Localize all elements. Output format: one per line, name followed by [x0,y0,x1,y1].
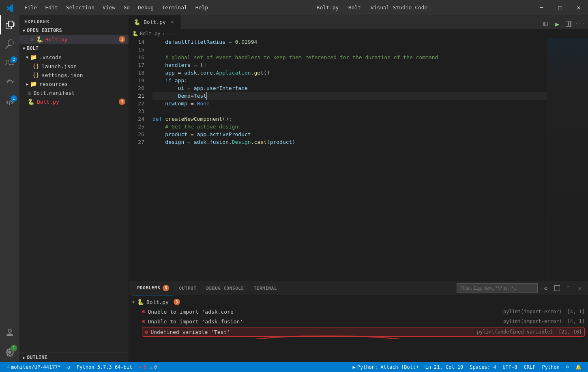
code-line-21: Demo=Test [152,92,547,100]
filter-settings-icon[interactable]: ⚙ [541,283,551,293]
git-branch-item[interactable]: ⑂ mohiten/UP-44177* [3,362,64,372]
output-label: OUTPUT [179,286,196,291]
resources-folder[interactable]: ▶ 📁 resources [19,79,129,88]
activity-source-control[interactable]: 2 [0,54,19,73]
menu-view[interactable]: View [99,0,119,15]
code-line-22: newComp = None [152,100,547,107]
bolt-project-header[interactable]: ▼ BOLT [19,44,129,53]
problem-text-2: Unable to import 'adsk.fusion' [148,319,500,325]
bolt-py-file[interactable]: 🐍 Bolt.py 3 [19,97,129,106]
tab-problems[interactable]: PROBLEMS 3 [132,281,174,295]
maximize-button[interactable]: □ [551,0,569,15]
tab-close-button[interactable]: ✕ [169,19,176,25]
tab-terminal[interactable]: TERMINAL [249,281,282,295]
bolt-py-badge: 3 [119,98,125,105]
outline-header[interactable]: ▶ OUTLINE [19,353,129,362]
activity-accounts[interactable] [0,323,19,342]
open-editor-bolt-py[interactable]: ✕ 🐍 Bolt.py 3 [19,35,129,44]
debug-attach-text: Python: Attach (Bolt) [357,364,419,370]
line-numbers: 14 15 16 17 18 19 20 21 22 23 24 25 26 2… [129,38,149,281]
manifest-icon: ≡ [28,90,31,96]
vscode-folder-arrow: ▼ [26,55,28,60]
problem-meta-1: pylint(import-error) [503,309,562,314]
encoding-item[interactable]: UTF-8 [499,362,520,372]
minimize-button[interactable]: − [532,0,551,15]
maximize-panel-button[interactable] [552,283,562,293]
tab-debug-console[interactable]: DEBUG CONSOLE [201,281,249,295]
git-branch-icon: ⑂ [6,364,9,370]
problem-item-3[interactable]: ⊗ Undefined variable 'Test' pylint(undef… [142,327,585,337]
line-num-19: 19 [129,77,149,84]
bolt-manifest-label: Bolt.manifest [33,90,129,96]
activity-search[interactable] [0,34,19,54]
problem-item-2[interactable]: ⊗ Unable to import 'adsk.fusion' pylint(… [129,316,588,326]
resources-arrow: ▶ [26,82,28,86]
menu-go[interactable]: Go [119,0,134,15]
vscode-logo [0,4,20,12]
debug-attach-item[interactable]: ▶ Python: Attach (Bolt) [349,362,422,372]
problems-file-row[interactable]: ▼ 🐍 Bolt.py 3 [129,297,588,307]
sidebar: EXPLORER ▼ OPEN EDITORS ✕ 🐍 Bolt.py 3 ▼ … [19,15,129,362]
collapse-panel-button[interactable]: ^ [564,283,573,293]
play-icon: ▶ [352,364,355,370]
code-line-14: defaultFilletRadius = 0.02994 [152,38,547,46]
problem-item-1[interactable]: ⊗ Unable to import 'adsk.core' pylint(im… [129,307,588,316]
code-line-24: def createNewComponent(): [152,115,547,123]
close-panel-button[interactable]: ✕ [575,283,585,293]
menu-debug[interactable]: Debug [134,0,158,15]
breadcrumb-rest[interactable]: ... [167,31,176,36]
line-num-15: 15 [129,46,149,53]
activity-extensions[interactable]: 1 [0,93,19,112]
menu-selection[interactable]: Selection [62,0,99,15]
tab-bar-actions: ▶ ··· [538,19,588,29]
spaces-item[interactable]: Spaces: 4 [466,362,499,372]
tab-output[interactable]: OUTPUT [174,281,201,295]
open-editors-header[interactable]: ▼ OPEN EDITORS [19,26,129,35]
code-line-16: # global set of event handlers to keep t… [152,53,547,61]
extensions-badge: 1 [11,95,17,102]
menu-terminal[interactable]: Terminal [158,0,191,15]
errors-warnings-item[interactable]: ⊗ 3 ⚠ 0 [135,362,160,372]
code-line-18: app = adsk.core.Application.get() [152,69,547,77]
menu-help[interactable]: Help [191,0,212,15]
python-version-item[interactable]: Python 3.7.3 64-bit [73,362,135,372]
language-item[interactable]: Python [539,362,562,372]
bolt-manifest[interactable]: ≡ Bolt.manifest [19,88,129,97]
resources-label: resources [39,81,129,87]
editor-area: 🐍 Bolt.py ✕ ▶ ··· [129,15,588,362]
line-num-14: 14 [129,38,149,46]
line-num-20: 20 [129,84,149,92]
smiley-item[interactable]: ☺ [563,362,572,372]
menu-file[interactable]: File [20,0,41,15]
notification-item[interactable]: 🔔 [572,362,585,372]
sync-item[interactable]: ↺ [64,362,73,372]
run-button[interactable]: ▶ [552,19,562,29]
vscode-folder[interactable]: ▼ 📁 .vscode [19,53,129,62]
launch-json[interactable]: {} launch.json [19,62,129,71]
error-icon-2: ⊗ [142,318,145,325]
menu-edit[interactable]: Edit [41,0,62,15]
status-bar: ⑂ mohiten/UP-44177* ↺ Python 3.7.3 64-bi… [0,362,588,372]
activity-settings[interactable]: 1 [0,342,19,362]
bolt-py-tab[interactable]: 🐍 Bolt.py ✕ [129,15,181,29]
line-ending-item[interactable]: CRLF [521,362,539,372]
split-view-button[interactable] [564,19,573,29]
problems-badge: 3 [163,285,169,291]
folder-icon: 📁 [30,54,37,60]
cursor-position-item[interactable]: Ln 21, Col 10 [422,362,466,372]
close-icon[interactable]: ✕ [31,37,34,42]
activity-debug[interactable] [0,73,19,93]
line-num-26: 26 [129,130,149,138]
split-editor-button[interactable] [541,19,551,29]
python-version-text: Python 3.7.3 64-bit [77,364,132,370]
encoding-text: UTF-8 [502,364,517,370]
problems-filter-input[interactable] [457,283,538,293]
code-line-17: handlers = [] [152,61,547,69]
activity-explorer[interactable] [0,15,19,34]
breadcrumb: 🐍 Bolt.py › ... [129,29,588,38]
code-content[interactable]: defaultFilletRadius = 0.02994 # global s… [149,38,547,281]
breadcrumb-file[interactable]: Bolt.py [140,31,161,36]
close-button[interactable]: ✕ [569,0,588,15]
settings-json[interactable]: {} settings.json [19,71,129,79]
more-actions-button[interactable]: ··· [575,19,585,29]
